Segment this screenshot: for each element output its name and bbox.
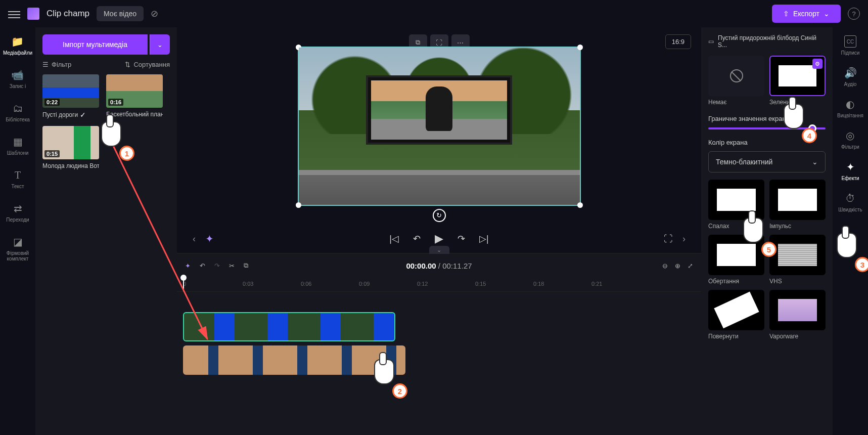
rail-label: Вицвітання <box>837 113 863 118</box>
media-grid: 0:22 Пусті дороги✓ 0:16 Баскетбольний пл… <box>42 74 170 169</box>
speed-icon: ⏱ <box>844 192 856 204</box>
rail-label: Аудіо <box>844 81 857 87</box>
next-panel-icon[interactable]: › <box>677 232 691 246</box>
export-label: Експорт <box>793 10 819 18</box>
rail-speed[interactable]: ⏱Швидкість <box>838 192 862 212</box>
media-item[interactable]: 0:15 Молода людина Вот <box>42 126 99 169</box>
screen-color-label: Колір екрана <box>708 139 826 146</box>
redo-icon[interactable]: ↷ <box>214 262 220 270</box>
fx-label: Немає <box>708 99 764 106</box>
fx-label: Зелений <box>769 99 826 106</box>
copy-icon[interactable]: ⧉ <box>244 262 248 270</box>
slider-thumb[interactable] <box>808 124 816 133</box>
screen-color-dropdown[interactable]: Темно-блакитний⌄ <box>708 151 826 172</box>
nav-transitions[interactable]: ⇄Переходи <box>6 202 29 223</box>
media-duration: 0:22 <box>44 99 60 106</box>
undo-icon[interactable]: ↶ <box>200 262 205 270</box>
cut-icon[interactable]: ✂ <box>229 262 235 270</box>
nav-label: Переходи <box>6 217 29 223</box>
fx-rotate[interactable]: Обертання <box>708 235 764 285</box>
ai-tool-icon[interactable]: ✦ <box>185 262 191 270</box>
media-item[interactable]: 0:22 Пусті дороги✓ <box>42 74 99 119</box>
prev-panel-icon[interactable]: ‹ <box>187 232 201 246</box>
zoom-out-icon[interactable]: ⊖ <box>662 262 668 270</box>
nav-text[interactable]: TТекст <box>11 169 24 189</box>
replay-icon[interactable]: ↻ <box>433 209 446 222</box>
skip-end-icon[interactable]: ▷| <box>479 233 489 244</box>
fx-vaporware[interactable]: Vaporware <box>769 290 826 340</box>
video-track-2[interactable] <box>183 345 405 375</box>
settings-icon[interactable]: ⚙ <box>812 59 823 69</box>
sort-icon: ⇅ <box>125 61 130 68</box>
app-logo <box>27 8 39 20</box>
forward-icon[interactable]: ↷ <box>458 233 465 244</box>
timeline-tracks[interactable] <box>177 292 701 435</box>
transitions-icon: ⇄ <box>12 202 24 214</box>
brandkit-icon: ◪ <box>12 236 24 248</box>
brand-name: Clip champ <box>47 9 89 19</box>
media-item[interactable]: 0:16 Баскетбольний план V✓ <box>106 74 163 119</box>
rail-effects[interactable]: ✦Ефекти <box>841 161 859 181</box>
fx-label: Повернути <box>708 333 764 340</box>
fx-flash[interactable]: Спалах <box>708 180 764 230</box>
fx-label: Vaporware <box>769 333 826 340</box>
help-icon[interactable]: ? <box>848 8 860 20</box>
zoom-fit-icon[interactable]: ⤢ <box>688 262 693 270</box>
text-icon: T <box>12 169 24 181</box>
fx-flip[interactable]: Повернути <box>708 290 764 340</box>
check-icon: ✓ <box>80 111 86 119</box>
captions-icon: CC <box>844 35 856 48</box>
collapse-icon[interactable]: ⌄ <box>429 246 449 254</box>
top-bar: Clip champ Моє відео ⊘ ⇧ Експорт ⌄ ? <box>0 0 868 27</box>
fx-label: VHS <box>769 278 826 285</box>
tick: 0:21 <box>591 281 602 287</box>
import-dropdown[interactable]: ⌄ <box>150 34 170 55</box>
rail-audio[interactable]: 🔊Аудіо <box>844 67 857 87</box>
timeline-ruler[interactable]: 0 0:03 0:06 0:09 0:12 0:15 0:18 0:21 <box>177 278 701 292</box>
sync-off-icon[interactable]: ⊘ <box>151 8 158 19</box>
nav-label: Шаблони <box>7 150 29 156</box>
timeline-time: 00:00.00 / 00:11.27 <box>406 262 472 270</box>
rail-filters[interactable]: ◎Фільтри <box>841 129 859 150</box>
nav-brandkit[interactable]: ◪Фірмовий комплект <box>0 236 35 262</box>
clip-icon: ▭ <box>708 38 714 45</box>
nav-media[interactable]: 📁Медіафайли <box>3 35 32 56</box>
chevron-down-icon: ⌄ <box>812 158 818 166</box>
play-icon[interactable]: ▶ <box>435 232 443 245</box>
tick: 0:03 <box>243 281 253 287</box>
media-panel: Імпорт мультимедіа ⌄ ☰Фільтр ⇅Сортування… <box>35 27 177 435</box>
tick: 0:09 <box>359 281 370 287</box>
export-button[interactable]: ⇧ Експорт ⌄ <box>772 5 841 23</box>
nav-library[interactable]: 🗂Бібліотека <box>6 102 30 122</box>
fullscreen-icon[interactable]: ⛶ <box>664 234 673 244</box>
nav-templates[interactable]: ▦Шаблони <box>7 136 29 156</box>
rail-captions[interactable]: CCПідписи <box>841 35 860 56</box>
nav-record[interactable]: 📹Запис і <box>10 69 26 89</box>
sort-button[interactable]: ⇅Сортування <box>125 61 170 68</box>
video-track-1[interactable] <box>183 312 395 341</box>
tick: 0:06 <box>301 281 311 287</box>
menu-icon[interactable] <box>8 9 20 18</box>
project-name[interactable]: Моє відео <box>97 6 144 21</box>
sort-label: Сортування <box>133 61 170 68</box>
fx-vhs[interactable]: VHS <box>769 235 826 285</box>
fx-green-screen[interactable]: ⚙ Зелений <box>769 56 826 106</box>
media-name: Пусті дороги <box>42 111 78 118</box>
right-nav: CCПідписи 🔊Аудіо ◐Вицвітання ◎Фільтри ✦Е… <box>833 27 868 435</box>
threshold-slider[interactable] <box>708 127 826 129</box>
filter-button[interactable]: ☰Фільтр <box>42 61 71 68</box>
playhead[interactable] <box>183 278 184 291</box>
rail-fade[interactable]: ◐Вицвітання <box>837 98 863 118</box>
rewind-icon[interactable]: ↶ <box>413 233 421 244</box>
preview-canvas[interactable]: ↻ <box>298 47 581 206</box>
ai-icon[interactable]: ✦ <box>205 233 214 245</box>
aspect-ratio[interactable]: 16:9 <box>665 34 691 49</box>
import-button[interactable]: Імпорт мультимедіа <box>42 34 148 55</box>
fx-none[interactable]: Немає <box>708 56 764 106</box>
skip-start-icon[interactable]: |◁ <box>389 233 399 244</box>
rail-label: Швидкість <box>838 207 862 212</box>
zoom-in-icon[interactable]: ⊕ <box>675 262 680 270</box>
fx-pulse[interactable]: Імпульс <box>769 180 826 230</box>
left-nav: 📁Медіафайли 📹Запис і 🗂Бібліотека ▦Шаблон… <box>0 27 35 435</box>
media-name: Молода людина Вот <box>42 162 99 169</box>
